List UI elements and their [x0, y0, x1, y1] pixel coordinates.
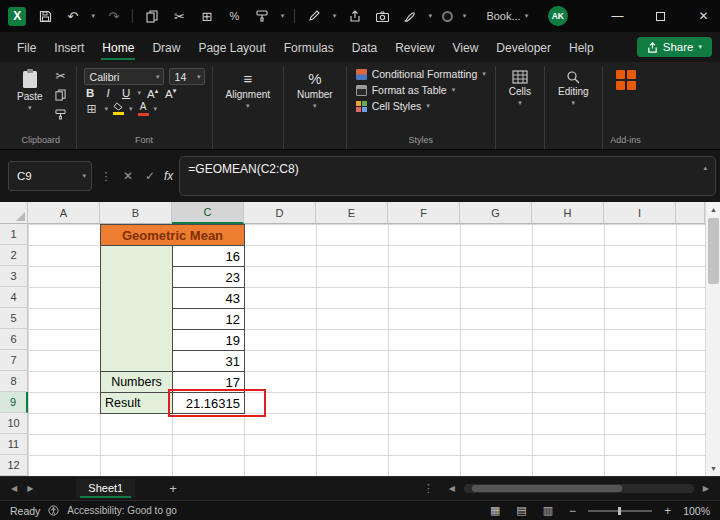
font-color-button[interactable]: A — [138, 102, 149, 116]
draw-touch-icon[interactable] — [401, 7, 418, 25]
save-icon[interactable] — [36, 7, 53, 25]
row-header-11[interactable]: 11 — [0, 434, 28, 455]
zoom-out-button[interactable]: − — [565, 504, 580, 518]
undo-dropdown-icon[interactable]: ▾ — [91, 12, 95, 20]
select-all-corner[interactable] — [0, 202, 28, 224]
zoom-slider[interactable] — [588, 510, 652, 512]
formula-bar-collapse-icon[interactable]: ▴ — [703, 164, 707, 172]
row-header-5[interactable]: 5 — [0, 308, 28, 329]
menu-tab-help[interactable]: Help — [560, 34, 603, 61]
horizontal-scroll-thumb[interactable] — [472, 485, 622, 492]
cell-c3[interactable]: 23 — [172, 266, 245, 288]
fill-color-dropdown-icon[interactable]: ▾ — [129, 105, 133, 113]
accessibility-status[interactable]: Accessibility: Good to go — [67, 505, 177, 516]
previous-sheet-icon[interactable]: ◀ — [6, 484, 22, 493]
drag-handle-icon[interactable]: ⋮ — [98, 170, 114, 183]
camera-icon[interactable] — [374, 7, 391, 25]
row-header-8[interactable]: 8 — [0, 371, 28, 392]
cut-icon[interactable]: ✂ — [53, 69, 69, 83]
record-macro-icon[interactable] — [442, 11, 453, 22]
cell-b1-title[interactable]: Geometric Mean — [100, 224, 245, 246]
page-layout-view-icon[interactable]: ▤ — [512, 504, 530, 517]
new-sheet-button[interactable]: + — [161, 481, 185, 496]
row-header-10[interactable]: 10 — [0, 413, 28, 434]
scroll-right-icon[interactable]: ▶ — [698, 484, 714, 493]
workbook-name-dropdown[interactable]: Book... ▾ — [486, 10, 528, 22]
menu-tab-draw[interactable]: Draw — [143, 34, 189, 61]
row-header-6[interactable]: 6 — [0, 329, 28, 350]
format-painter-icon[interactable] — [53, 107, 69, 121]
fill-color-button[interactable] — [113, 102, 124, 115]
format-painter-icon[interactable] — [253, 7, 270, 25]
sheet-tab-sheet1[interactable]: Sheet1 — [76, 479, 135, 498]
zoom-slider-thumb[interactable] — [618, 507, 621, 515]
cell-range-b2-b7[interactable] — [100, 245, 173, 372]
column-header-b[interactable]: B — [100, 202, 172, 224]
cell-grid[interactable]: ABCDEFGHI123456789101112Geometric MeanNu… — [0, 202, 705, 476]
number-button[interactable]: % Number ▾ — [291, 66, 339, 110]
column-header-f[interactable]: F — [388, 202, 460, 224]
scroll-down-icon[interactable]: ▼ — [706, 461, 720, 476]
zoom-level[interactable]: 100% — [683, 505, 710, 517]
row-header-12[interactable]: 12 — [0, 455, 28, 476]
bold-button[interactable]: B — [84, 87, 97, 99]
cancel-icon[interactable]: ✕ — [120, 169, 136, 183]
cell-b8-numbers[interactable]: Numbers — [100, 371, 173, 393]
font-name-select[interactable]: Calibri ▾ — [84, 68, 164, 85]
underline-dropdown-icon[interactable]: ▾ — [138, 89, 142, 97]
name-box[interactable]: C9 ▾ — [8, 161, 92, 191]
vertical-scroll-thumb[interactable] — [708, 218, 719, 284]
table-icon[interactable]: ⊞ — [198, 7, 215, 25]
decrease-font-size-button[interactable]: A▾ — [164, 87, 177, 100]
menu-tab-developer[interactable]: Developer — [487, 34, 560, 61]
menu-tab-data[interactable]: Data — [343, 34, 386, 61]
menu-tab-view[interactable]: View — [444, 34, 488, 61]
paste-button[interactable]: Paste ▾ — [13, 66, 47, 121]
column-header-g[interactable]: G — [460, 202, 532, 224]
account-avatar[interactable]: AK — [548, 6, 567, 26]
record-dropdown-icon[interactable]: ▾ — [463, 12, 467, 20]
menu-tab-insert[interactable]: Insert — [45, 34, 93, 61]
menu-tab-file[interactable]: File — [8, 34, 45, 61]
column-header-a[interactable]: A — [28, 202, 100, 224]
draw-dropdown-icon[interactable]: ▾ — [429, 12, 433, 20]
row-header-4[interactable]: 4 — [0, 287, 28, 308]
cell-c5[interactable]: 12 — [172, 308, 245, 330]
cell-styles-button[interactable]: Cell Styles ▾ — [354, 98, 488, 114]
column-header-e[interactable]: E — [316, 202, 388, 224]
maximize-button[interactable] — [644, 0, 677, 32]
zoom-in-button[interactable]: + — [660, 504, 675, 518]
increase-font-size-button[interactable]: A▴ — [146, 87, 159, 100]
underline-button[interactable]: U — [120, 87, 133, 99]
normal-view-icon[interactable]: ▦ — [486, 504, 504, 517]
insert-function-button[interactable]: fx — [164, 169, 173, 183]
menu-tab-review[interactable]: Review — [386, 34, 443, 61]
accessibility-icon[interactable] — [48, 505, 59, 516]
minimize-button[interactable]: — — [601, 0, 634, 32]
font-color-dropdown-icon[interactable]: ▾ — [154, 105, 158, 113]
share-arrow-icon[interactable] — [346, 7, 363, 25]
editing-button[interactable]: Editing ▾ — [552, 66, 595, 107]
share-button[interactable]: Share ▾ — [637, 37, 712, 57]
cell-c7[interactable]: 31 — [172, 350, 245, 372]
scroll-left-icon[interactable]: ◀ — [444, 484, 460, 493]
borders-icon[interactable]: ⊞ — [84, 102, 100, 116]
pen-icon[interactable] — [305, 7, 322, 25]
format-as-table-button[interactable]: Format as Table ▾ — [354, 82, 488, 98]
column-header-h[interactable]: H — [532, 202, 604, 224]
cell-b9-result[interactable]: Result — [100, 392, 173, 414]
horizontal-scrollbar[interactable] — [464, 484, 694, 493]
menu-tab-page-layout[interactable]: Page Layout — [189, 34, 274, 61]
menu-tab-home[interactable]: Home — [93, 34, 143, 61]
cut-icon[interactable]: ✂ — [171, 7, 188, 25]
redo-icon[interactable]: ↷ — [105, 7, 122, 25]
copy-icon[interactable] — [53, 88, 69, 102]
undo-icon[interactable]: ↶ — [64, 7, 81, 25]
row-header-9[interactable]: 9 — [0, 392, 28, 413]
italic-button[interactable]: I — [102, 87, 115, 99]
menu-tab-formulas[interactable]: Formulas — [275, 34, 343, 61]
row-header-2[interactable]: 2 — [0, 245, 28, 266]
font-size-select[interactable]: 14 ▾ — [169, 68, 205, 85]
page-break-view-icon[interactable]: ▥ — [539, 504, 557, 517]
cells-button[interactable]: Cells ▾ — [503, 66, 537, 107]
